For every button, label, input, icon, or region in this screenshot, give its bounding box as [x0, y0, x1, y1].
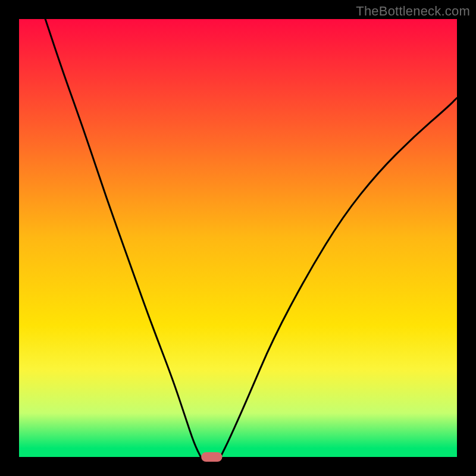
bottleneck-chart [0, 0, 476, 476]
plot-background [19, 19, 457, 457]
watermark-text: TheBottleneck.com [356, 4, 470, 19]
optimum-marker [201, 452, 222, 462]
chart-frame: TheBottleneck.com [0, 0, 476, 476]
